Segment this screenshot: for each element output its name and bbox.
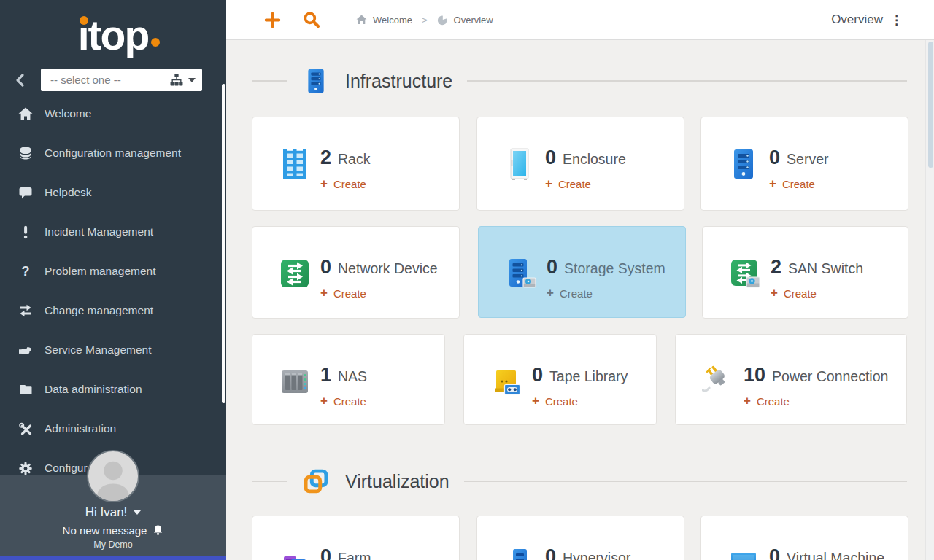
nas-icon bbox=[279, 365, 311, 397]
card-rack[interactable]: 2Rack +Create bbox=[252, 117, 460, 211]
card-network-device[interactable]: 0Network Device +Create bbox=[252, 226, 460, 319]
avatar[interactable] bbox=[87, 450, 139, 502]
card-label: Network Device bbox=[338, 260, 438, 277]
plus-icon: + bbox=[320, 176, 328, 191]
rack-icon bbox=[279, 148, 311, 180]
plus-icon: + bbox=[769, 176, 776, 191]
caret-down-icon bbox=[134, 510, 141, 515]
sidebar-item-welcome[interactable]: Welcome bbox=[0, 94, 226, 133]
search-button[interactable] bbox=[302, 10, 321, 29]
count: 0 bbox=[769, 545, 780, 560]
logo-i-dot bbox=[80, 16, 88, 25]
quick-create-button[interactable] bbox=[263, 10, 282, 29]
card-san-switch[interactable]: 2SAN Switch +Create bbox=[702, 226, 908, 319]
create-link[interactable]: +Create bbox=[744, 394, 888, 408]
plus-icon: + bbox=[320, 286, 328, 300]
virtual-machine-icon bbox=[727, 547, 760, 560]
create-link[interactable]: +Create bbox=[547, 286, 665, 300]
itop-logo[interactable]: ıtop bbox=[0, 4, 226, 66]
section-title: Virtualization bbox=[345, 471, 449, 492]
sidebar-item-configuration-management[interactable]: Configuration management bbox=[0, 133, 226, 173]
sidebar-item-label: Change management bbox=[45, 304, 153, 317]
sidebar-item-problem-management[interactable]: ? Problem management bbox=[0, 252, 226, 291]
notifications[interactable]: No new message bbox=[0, 524, 226, 537]
card-label: Power Connection bbox=[772, 368, 888, 385]
handshake-icon bbox=[18, 343, 33, 357]
main-scrollbar-thumb[interactable] bbox=[928, 42, 933, 168]
count: 0 bbox=[769, 147, 780, 169]
section-infrastructure: Infrastructure bbox=[252, 62, 907, 100]
breadcrumb-overview[interactable]: Overview bbox=[437, 15, 493, 26]
server-icon bbox=[727, 148, 760, 180]
database-icon bbox=[18, 147, 33, 160]
create-link[interactable]: +Create bbox=[769, 176, 828, 191]
sidebar-item-service-management[interactable]: Service Management bbox=[0, 330, 226, 370]
card-nas[interactable]: 1NAS +Create bbox=[252, 334, 445, 425]
card-label: Tape Library bbox=[549, 368, 628, 385]
plus-icon: + bbox=[320, 394, 328, 408]
sidebar-item-label: Administration bbox=[45, 422, 116, 435]
card-tape-library[interactable]: 0Tape Library +Create bbox=[463, 334, 657, 425]
card-enclosure[interactable]: 0Enclosure +Create bbox=[476, 117, 684, 211]
sidebar-item-helpdesk[interactable]: Helpdesk bbox=[0, 173, 226, 212]
create-link[interactable]: +Create bbox=[320, 286, 438, 300]
sidebar-collapse-button[interactable] bbox=[10, 71, 31, 90]
divider bbox=[252, 80, 287, 82]
exclamation-icon bbox=[18, 225, 33, 239]
breadcrumb-separator: > bbox=[422, 15, 428, 26]
bell-icon bbox=[153, 524, 163, 536]
power-plug-icon bbox=[702, 365, 734, 397]
section-virtualization: Virtualization bbox=[252, 462, 907, 500]
card-storage-system[interactable]: 0Storage System +Create bbox=[478, 226, 686, 318]
logo-period-dot bbox=[151, 38, 160, 47]
count: 0 bbox=[320, 256, 331, 279]
environment-label: My Demo bbox=[0, 540, 226, 550]
count: 0 bbox=[545, 545, 556, 560]
card-label: Farm bbox=[338, 550, 371, 560]
user-greeting[interactable]: Hi Ivan! bbox=[0, 505, 226, 520]
organization-select-value: -- select one -- bbox=[50, 74, 170, 86]
card-virtual-machine[interactable]: 0Virtual Machine bbox=[700, 516, 908, 560]
virtualization-icon bbox=[303, 467, 329, 496]
card-label: Hypervisor bbox=[563, 550, 630, 560]
hypervisor-icon bbox=[503, 547, 536, 560]
home-icon bbox=[356, 15, 367, 25]
sidebar-bottom-strip bbox=[0, 556, 226, 560]
create-link[interactable]: +Create bbox=[532, 394, 628, 408]
plus-icon: + bbox=[771, 286, 778, 300]
divider bbox=[252, 481, 287, 482]
count: 2 bbox=[771, 256, 781, 279]
sidebar-item-label: Helpdesk bbox=[45, 186, 92, 199]
card-label: Server bbox=[787, 151, 828, 168]
sidebar-item-label: Incident Management bbox=[45, 225, 153, 238]
gear-icon bbox=[18, 462, 33, 475]
sidebar-scrollbar[interactable] bbox=[222, 84, 225, 403]
comment-icon bbox=[18, 186, 33, 200]
organization-select-row: -- select one -- bbox=[0, 69, 226, 91]
breadcrumb-welcome[interactable]: Welcome bbox=[356, 15, 412, 26]
card-farm[interactable]: 0Farm bbox=[252, 516, 460, 560]
sidebar-item-data-administration[interactable]: Data administration bbox=[0, 370, 226, 409]
exchange-arrows-icon bbox=[18, 304, 33, 318]
create-link[interactable]: +Create bbox=[320, 176, 370, 191]
card-hypervisor[interactable]: 0Hypervisor bbox=[476, 516, 684, 560]
card-power-connection[interactable]: 10Power Connection +Create bbox=[675, 334, 907, 425]
plus-icon bbox=[263, 11, 282, 29]
count: 10 bbox=[744, 364, 765, 386]
pie-chart-icon bbox=[437, 15, 448, 26]
count: 0 bbox=[547, 256, 557, 279]
kebab-menu-icon[interactable]: ⋮ bbox=[890, 14, 903, 26]
create-link[interactable]: +Create bbox=[320, 394, 367, 408]
topbar: Welcome > Overview Overview ⋮ bbox=[226, 0, 934, 40]
create-link[interactable]: +Create bbox=[545, 176, 626, 191]
sidebar-item-change-management[interactable]: Change management bbox=[0, 291, 226, 330]
card-server[interactable]: 0Server +Create bbox=[700, 117, 908, 211]
create-link[interactable]: +Create bbox=[771, 286, 863, 300]
chevron-left-icon bbox=[15, 73, 26, 88]
count: 2 bbox=[320, 147, 331, 169]
sidebar-item-incident-management[interactable]: Incident Management bbox=[0, 212, 226, 252]
section-title: Infrastructure bbox=[345, 71, 452, 92]
organization-select[interactable]: -- select one -- bbox=[41, 69, 202, 91]
sidebar-item-administration[interactable]: Administration bbox=[0, 409, 226, 448]
count: 1 bbox=[320, 364, 331, 386]
